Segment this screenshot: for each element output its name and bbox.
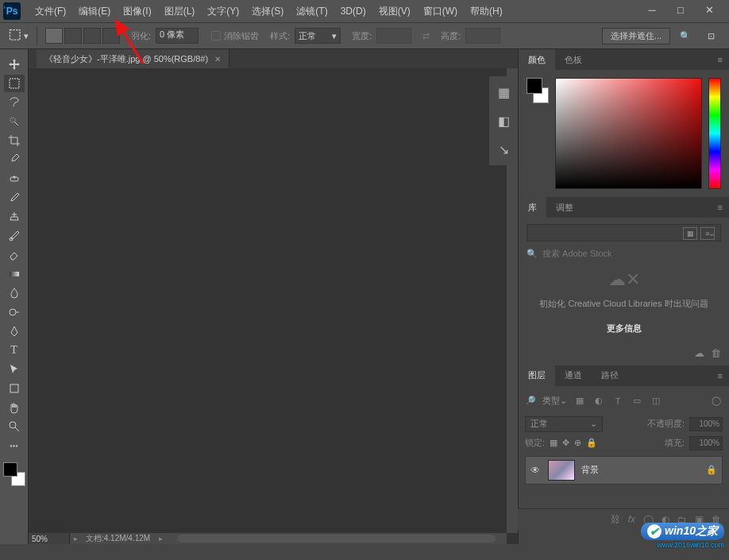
- select-and-mask-button[interactable]: 选择并遮住...: [602, 28, 670, 44]
- color-panel-menu-icon[interactable]: ≡: [712, 55, 729, 64]
- lock-artboard-icon[interactable]: ⊕: [574, 438, 581, 448]
- menu-file[interactable]: 文件(F): [29, 0, 72, 22]
- visibility-toggle-icon[interactable]: 👁: [530, 465, 542, 476]
- menu-view[interactable]: 视图(V): [372, 0, 417, 22]
- menu-help[interactable]: 帮助(H): [464, 0, 509, 22]
- eraser-tool[interactable]: [4, 246, 25, 264]
- tab-color[interactable]: 颜色: [519, 49, 555, 70]
- lib-grid-view-icon[interactable]: ▦: [683, 227, 697, 240]
- canvas-view[interactable]: 50% ▸ 文档:4.12M/4.12M ▸: [29, 68, 518, 544]
- filter-toggle-icon[interactable]: ◯: [710, 396, 723, 407]
- tab-layers[interactable]: 图层: [519, 365, 555, 386]
- style-select[interactable]: 正常▾: [295, 28, 341, 44]
- filter-search-icon[interactable]: 🔎: [525, 396, 536, 406]
- foreground-color[interactable]: [3, 462, 17, 477]
- path-select-tool[interactable]: [4, 361, 25, 378]
- lib-panel-menu-icon[interactable]: ≡: [712, 203, 729, 212]
- shape-tool[interactable]: [4, 380, 25, 397]
- trash-icon[interactable]: 🗑: [711, 347, 721, 359]
- menu-select[interactable]: 选择(S): [245, 0, 290, 22]
- type-tool[interactable]: T: [4, 342, 25, 359]
- selection-add-icon[interactable]: [64, 28, 82, 44]
- filter-smart-icon[interactable]: ◫: [650, 396, 662, 407]
- history-brush-tool[interactable]: [4, 227, 25, 245]
- filter-adjust-icon[interactable]: ◐: [592, 396, 605, 407]
- filter-type-icon[interactable]: T: [611, 396, 624, 407]
- antialias-checkbox[interactable]: [211, 31, 221, 41]
- move-tool[interactable]: [4, 56, 25, 73]
- lib-list-view-icon[interactable]: ≡: [700, 227, 715, 240]
- edit-toolbar-button[interactable]: •••: [4, 437, 25, 454]
- filter-pixel-icon[interactable]: ▦: [573, 396, 586, 407]
- minimize-button[interactable]: ─: [643, 3, 661, 16]
- menu-image[interactable]: 图像(I): [117, 0, 157, 22]
- docinfo-menu-icon[interactable]: ▸: [155, 533, 166, 544]
- hand-tool[interactable]: [4, 399, 25, 416]
- fill-input[interactable]: [689, 436, 723, 450]
- menu-window[interactable]: 窗口(W): [417, 0, 464, 22]
- search-icon[interactable]: 🔍: [675, 27, 696, 44]
- zoom-tool[interactable]: [4, 418, 25, 435]
- link-layers-icon[interactable]: ⛓: [611, 514, 620, 525]
- close-button[interactable]: ✕: [700, 3, 718, 16]
- lock-all-icon[interactable]: 🔒: [586, 438, 597, 448]
- toolbox-grip[interactable]: ›: [3, 3, 14, 11]
- menu-3d[interactable]: 3D(D): [334, 0, 372, 22]
- layer-thumbnail[interactable]: [548, 460, 575, 481]
- document-tab[interactable]: 《轻音少女》-平泽唯.jpg @ 50%(RGB/8#) ✕: [37, 49, 230, 68]
- menu-filter[interactable]: 滤镜(T): [290, 0, 334, 22]
- tab-swatches[interactable]: 色板: [555, 49, 592, 70]
- menu-edit[interactable]: 编辑(E): [72, 0, 117, 22]
- brush-tool[interactable]: [4, 189, 25, 207]
- swap-icon[interactable]: ⇄: [422, 31, 430, 41]
- tab-libraries[interactable]: 库: [519, 197, 546, 218]
- panel-fg-color[interactable]: [526, 78, 542, 94]
- properties-dock-icon[interactable]: ◧: [494, 113, 513, 129]
- eyedropper-tool[interactable]: [4, 151, 25, 168]
- lock-position-icon[interactable]: ✥: [562, 438, 569, 448]
- healing-brush-tool[interactable]: [4, 170, 25, 187]
- menu-type[interactable]: 文字(Y): [201, 0, 245, 22]
- gradient-tool[interactable]: [4, 265, 25, 283]
- canvas[interactable]: [29, 68, 518, 544]
- history-dock-icon[interactable]: ▦: [494, 84, 513, 100]
- cloud-sync-icon[interactable]: ☁: [694, 347, 704, 359]
- tab-paths[interactable]: 路径: [592, 365, 628, 386]
- selection-intersect-icon[interactable]: [102, 28, 120, 44]
- tab-channels[interactable]: 通道: [555, 365, 592, 386]
- maximize-button[interactable]: □: [672, 3, 689, 16]
- crop-tool[interactable]: [4, 132, 25, 149]
- marquee-tool[interactable]: [4, 75, 25, 92]
- tool-preset-icon[interactable]: ▾: [8, 27, 29, 44]
- brushes-dock-icon[interactable]: ↘: [494, 141, 513, 157]
- color-field[interactable]: [555, 78, 702, 189]
- docinfo-arrow-icon[interactable]: ▸: [70, 533, 81, 544]
- selection-new-icon[interactable]: [45, 28, 63, 44]
- close-tab-icon[interactable]: ✕: [214, 55, 221, 64]
- layer-item-background[interactable]: 👁 背景 🔒: [525, 456, 723, 485]
- feather-input[interactable]: 0 像素: [156, 28, 199, 44]
- blend-mode-select[interactable]: 正常⌄: [525, 416, 603, 432]
- library-search[interactable]: 🔍 搜索 Adobe Stock: [526, 248, 721, 260]
- dodge-tool[interactable]: [4, 303, 25, 321]
- layers-panel-menu-icon[interactable]: ≡: [712, 371, 729, 380]
- zoom-level[interactable]: 50%: [29, 533, 70, 544]
- lock-pixels-icon[interactable]: ▦: [550, 438, 557, 448]
- tab-adjustments[interactable]: 调整: [546, 197, 583, 218]
- panel-color-swatches[interactable]: [526, 78, 549, 103]
- selection-subtract-icon[interactable]: [83, 28, 101, 44]
- opacity-input[interactable]: [689, 417, 723, 431]
- menu-layer[interactable]: 图层(L): [158, 0, 202, 22]
- lasso-tool[interactable]: [4, 94, 25, 111]
- color-swatches[interactable]: [3, 462, 25, 486]
- quick-select-tool[interactable]: [4, 113, 25, 130]
- filter-shape-icon[interactable]: ▭: [631, 396, 643, 407]
- library-more-info-link[interactable]: 更多信息: [526, 319, 721, 338]
- blur-tool[interactable]: [4, 284, 25, 302]
- hue-slider[interactable]: [708, 78, 721, 189]
- scrollbar-horizontal[interactable]: [177, 535, 496, 543]
- filter-kind-select[interactable]: 类型⌄: [542, 395, 567, 407]
- workspace-icon[interactable]: ⊡: [700, 27, 721, 44]
- clone-stamp-tool[interactable]: [4, 208, 25, 226]
- layer-style-icon[interactable]: fx: [628, 514, 635, 525]
